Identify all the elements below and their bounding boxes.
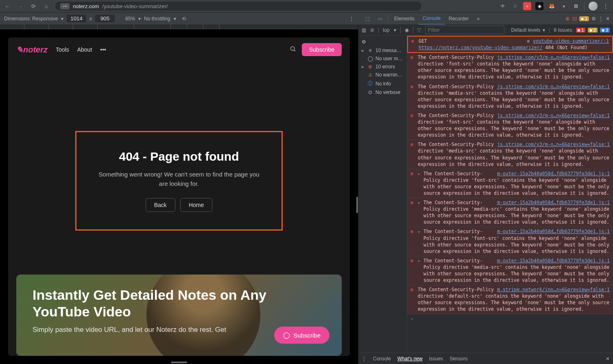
log-entry[interactable]: ⊗▸m-outer-15a2b40a058d…fdb63779fe3de1.js… [407, 256, 613, 285]
ext-icon-2[interactable]: ◈ [535, 2, 543, 10]
more-icon[interactable]: ⋮ [349, 16, 354, 22]
dimensions-label[interactable]: Dimensions: Responsive [4, 16, 58, 22]
log-source-link[interactable]: m-outer-15a2b40a058d…fdb63779fe3de1.js:1 [497, 199, 610, 206]
log-entry-404[interactable]: ⊗ youtube-video-summarizer/:1 ⊕ GET http… [407, 36, 613, 53]
context-select[interactable]: top [383, 27, 390, 33]
sidebar-warnings[interactable]: ⚠No warnin… [358, 71, 407, 79]
device-icon[interactable]: ▭ [374, 13, 386, 25]
viewport-height-input[interactable] [95, 15, 115, 22]
extensions-icon[interactable]: ⊞ [572, 2, 580, 10]
sidebar-messages[interactable]: ▸≡10 messa… [358, 46, 407, 54]
hero-subscribe-button[interactable]: ◯ Subscribe [274, 327, 329, 344]
issue-yellow-chip[interactable]: ■ 2 [588, 28, 598, 33]
drawer-issues[interactable]: Issues [429, 356, 443, 362]
ext-icon-1[interactable]: ● [523, 2, 531, 10]
expand-icon[interactable]: ▸ [418, 257, 421, 283]
search-icon[interactable] [290, 46, 296, 54]
clear-console-icon[interactable]: ⊘ [370, 27, 374, 33]
log-entry[interactable]: ⊗▸m-outer-15a2b40a058d…fdb63779fe3de1.js… [407, 227, 613, 256]
sidebar-verbose[interactable]: ⊙No verbose [358, 88, 407, 96]
drawer-menu-icon[interactable]: ⋮ [362, 356, 366, 362]
drawer-whats-new[interactable]: What's new [397, 356, 423, 362]
nav-tools[interactable]: Tools [56, 46, 69, 53]
log-entry[interactable]: ⊗js.stripe.com/v3/m-o…n=6&preview=false:… [407, 53, 613, 82]
issue-red-chip[interactable]: ■ 1 [576, 28, 586, 33]
address-bar[interactable]: ⊶ noterz.com/youtube-video-summarizer/ [55, 2, 421, 11]
drawer-sensors[interactable]: Sensors [449, 356, 467, 362]
home-button[interactable]: Home [180, 198, 212, 212]
ruler [0, 24, 358, 29]
log-source-link[interactable]: m-outer-15a2b40a058d…fdb63779fe3de1.js:1 [497, 170, 610, 177]
back-button[interactable]: Back [146, 198, 175, 212]
warning-count-icon[interactable]: ■ 1 [579, 16, 589, 21]
error-icon: ⊗ [410, 199, 415, 225]
resize-handle-bottom[interactable] [171, 362, 187, 363]
log-entry[interactable]: ⊗▸m-outer-15a2b40a058d…fdb63779fe3de1.js… [407, 198, 613, 227]
close-icon[interactable]: ✕ [606, 16, 610, 22]
log-entry[interactable]: ⊗js.stripe.com/v3/m-o…n=6&preview=false:… [407, 140, 613, 169]
sidebar-user[interactable]: ◯No user m… [358, 54, 407, 63]
viewport-width-input[interactable] [67, 15, 86, 22]
ext-icon-4[interactable]: ● [560, 2, 568, 10]
nav-more-icon[interactable]: ••• [100, 46, 106, 53]
sidebar-info[interactable]: ⓘNo info [358, 79, 407, 88]
rotate-icon[interactable]: ⟲ [182, 16, 186, 22]
viewport-area: ✎noterz Tools About ••• Subscribe 404 [0, 24, 358, 364]
eye-icon[interactable]: ◉ [405, 27, 409, 33]
extension-icons: 👁 ☆ ● ◈ 🦊 ● ⊞ ⋮ [499, 2, 610, 11]
filter-input[interactable] [425, 26, 504, 34]
sidebar-errors[interactable]: ▸⊗10 errors [358, 63, 407, 71]
log-entry[interactable]: ⊗js.stripe.com/v3/m-o…n=6&preview=false:… [407, 111, 613, 140]
issue-blue-chip[interactable]: ■ 3 [600, 28, 610, 33]
log-source-link[interactable]: youtube-video-summarizer/:1 [533, 38, 609, 44]
error-count-icon[interactable]: ⊗ [565, 16, 569, 22]
chevron-down-icon: ▾ [394, 27, 396, 33]
log-entry[interactable]: ⊗js.stripe.com/v3/m-o…n=6&preview=false:… [407, 82, 613, 111]
devtools-toolbar: Dimensions: Responsive▾ x 85%▾ No thrott… [0, 12, 613, 24]
zoom-select[interactable]: 85% [125, 16, 135, 22]
nav-about[interactable]: About [77, 46, 92, 53]
bookmark-icon[interactable]: ☆ [511, 2, 519, 10]
log-url[interactable]: https://noterz.com/youtube-video-summari… [419, 45, 543, 50]
expand-icon[interactable]: ▸ [418, 199, 421, 225]
levels-select[interactable]: Default levels [511, 27, 540, 33]
log-source-link[interactable]: js.stripe.com/v3/m-o…n=6&preview=false:1 [497, 141, 610, 148]
log-source-link[interactable]: js.stripe.com/v3/m-o…n=6&preview=false:1 [497, 54, 610, 61]
reload-button[interactable]: ⟳ [29, 2, 37, 10]
home-button[interactable]: ⌂ [42, 2, 50, 10]
expand-icon[interactable]: ▸ [418, 170, 421, 196]
settings-icon[interactable]: ⚙ [591, 16, 596, 22]
ext-icon-3[interactable]: 🦊 [548, 2, 556, 10]
log-source-link[interactable]: m-outer-15a2b40a058d…fdb63779fe3de1.js:1 [497, 228, 610, 235]
logo[interactable]: ✎noterz [16, 45, 48, 54]
site-info-icon[interactable]: ⊶ [60, 3, 70, 9]
log-entry[interactable]: ⊗▸m-outer-15a2b40a058d…fdb63779fe3de1.js… [407, 169, 613, 198]
throttle-select[interactable]: No throttling [144, 16, 170, 22]
log-source-link[interactable]: m-outer-15a2b40a058d…fdb63779fe3de1.js:1 [497, 257, 610, 264]
log-source-link[interactable]: js.stripe.com/v3/m-o…n=6&preview=false:1 [497, 112, 610, 119]
more-tabs-icon[interactable]: » [473, 13, 484, 25]
close-icon[interactable]: ✕ [606, 356, 610, 362]
incognito-icon[interactable]: 👁 [499, 2, 507, 10]
log-source-link[interactable]: js.stripe.com/v3/m-o…n=6&preview=false:1 [497, 83, 610, 90]
issues-label: 6 Issues: [554, 27, 573, 33]
log-entry[interactable]: ⊗m.stripe.network/inn…n=6&preview=false:… [407, 285, 613, 314]
back-button[interactable]: ← [3, 2, 11, 10]
inspect-icon[interactable]: ⬚ [361, 13, 374, 25]
console-prompt[interactable]: › [407, 314, 613, 323]
menu-icon[interactable]: ⋮ [602, 2, 610, 10]
gear-icon[interactable]: ⚙ [362, 39, 366, 45]
subscribe-button[interactable]: Subscribe [302, 43, 342, 56]
drawer-console[interactable]: Console [373, 356, 391, 362]
tab-console[interactable]: Console [419, 13, 445, 25]
tab-recorder[interactable]: Recorder [445, 13, 473, 25]
error-icon: ⊗ [411, 38, 416, 51]
more-icon[interactable]: ⋮ [598, 16, 603, 22]
forward-button[interactable]: → [16, 2, 24, 10]
expand-icon[interactable]: ▸ [418, 228, 421, 254]
tab-elements[interactable]: Elements [390, 13, 419, 25]
profile-avatar[interactable] [589, 2, 598, 11]
sidebar-toggle-icon[interactable]: ▥ [362, 27, 366, 33]
log-source-link[interactable]: m.stripe.network/inn…n=6&preview=false:1 [497, 286, 610, 293]
resize-handle-right[interactable] [356, 197, 358, 213]
